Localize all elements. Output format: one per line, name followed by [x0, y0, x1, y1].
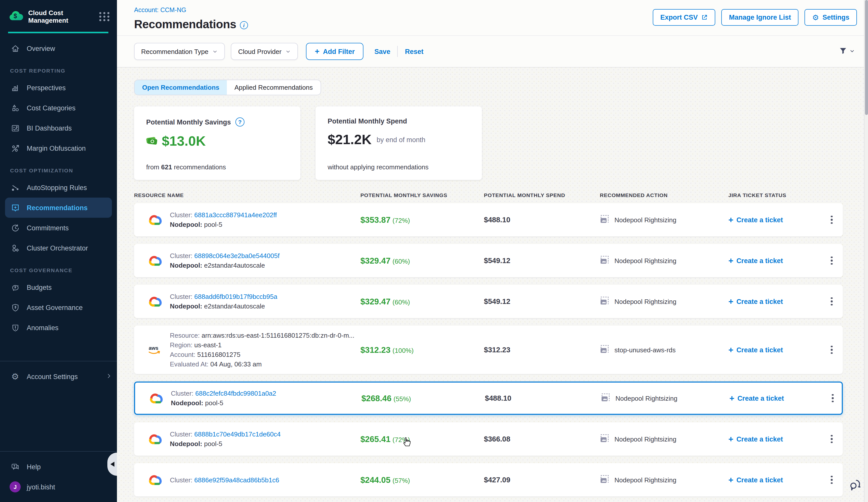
recommendation-type-dropdown[interactable]: Recommendation Type — [134, 43, 225, 60]
create-ticket-button[interactable]: +Create a ticket — [730, 394, 825, 402]
resource-line-value: pool-5 — [204, 221, 222, 228]
recommended-action-label: Nodepool Rightsizing — [614, 435, 676, 443]
save-filter-button[interactable]: Save — [374, 48, 390, 55]
row-menu-kebab-icon[interactable] — [824, 296, 839, 307]
filter-drawer-toggle[interactable] — [839, 46, 855, 57]
create-ticket-button[interactable]: +Create a ticket — [728, 256, 824, 265]
sidebar-item-overview[interactable]: Overview — [0, 38, 117, 59]
money-icon — [146, 135, 158, 147]
plus-icon: + — [730, 394, 734, 402]
potential-monthly-spend-value: $488.10 — [484, 216, 600, 224]
username-label: jyoti.bisht — [27, 483, 55, 491]
spend-value: $21.2K — [328, 132, 372, 148]
tab-applied-recommendations[interactable]: Applied Recommendations — [227, 80, 320, 95]
app-grid-icon[interactable] — [99, 12, 110, 21]
col-potential-monthly-savings: POTENTIAL MONTHLY SAVINGS — [360, 192, 484, 198]
resource-link[interactable]: 6886e92f59a48cad86b5b1c6 — [194, 476, 279, 484]
settings-button[interactable]: ⚙ Settings — [805, 9, 857, 26]
create-ticket-button[interactable]: +Create a ticket — [728, 435, 824, 443]
sidebar-item-help[interactable]: Help — [0, 457, 117, 477]
vertical-scrollbar[interactable] — [864, 0, 868, 502]
row-menu-kebab-icon[interactable] — [824, 474, 839, 485]
collapse-arrow-icon — [110, 462, 114, 467]
sidebar-item-commitments[interactable]: Commitments — [0, 218, 117, 238]
row-menu-kebab-icon[interactable] — [824, 433, 839, 445]
row-menu-kebab-icon[interactable] — [825, 393, 840, 404]
export-csv-button[interactable]: Export CSV — [653, 9, 715, 26]
sidebar-item-budgets[interactable]: Budgets — [0, 277, 117, 297]
gcp-logo-icon — [147, 254, 162, 267]
resource-link[interactable]: 68898c064e3e2ba0e544005f — [194, 252, 279, 260]
resource-line-label: Nodepool: — [170, 302, 204, 310]
resource-link[interactable]: 6881a3ccc887941a4ee202ff — [194, 211, 277, 219]
potential-monthly-spend-value: $549.12 — [484, 257, 600, 265]
sidebar-item-anomalies[interactable]: Anomalies — [0, 317, 117, 338]
potential-monthly-savings-value: $265.41(72%) — [360, 434, 484, 444]
sidebar-item-label: Budgets — [27, 283, 52, 291]
table-row[interactable]: Cluster: 68898c064e3e2ba0e544005fNodepoo… — [134, 244, 843, 277]
table-row[interactable]: Cluster: 6888b1c70e49db17c1de60c4Nodepoo… — [134, 422, 843, 456]
recommendations-tabs: Open Recommendations Applied Recommendat… — [134, 80, 321, 95]
resource-line-label: Region: — [170, 341, 194, 349]
col-resource-name: RESOURCE NAME — [134, 192, 360, 198]
table-row[interactable]: Cluster: 6886e92f59a48cad86b5b1c6$244.05… — [134, 463, 843, 496]
sidebar-item-account-settings[interactable]: ⚙ Account Settings — [0, 366, 117, 387]
table-header: RESOURCE NAME POTENTIAL MONTHLY SAVINGS … — [134, 192, 843, 203]
resource-line-label: Cluster: — [170, 476, 194, 484]
recommended-action-label: stop-unused-aws-rds — [614, 346, 676, 354]
tab-open-recommendations[interactable]: Open Recommendations — [135, 80, 227, 95]
sidebar-item-cluster-orchestrator[interactable]: Cluster Orchestrator — [0, 238, 117, 258]
sidebar-item-asset-governance[interactable]: Asset Governance — [0, 297, 117, 317]
resource-line-value: pool-5 — [204, 440, 222, 448]
rightsizing-action-icon — [600, 344, 609, 355]
info-icon[interactable]: i — [240, 21, 248, 29]
create-ticket-button[interactable]: +Create a ticket — [728, 297, 824, 306]
add-filter-button[interactable]: + Add Filter — [306, 43, 363, 60]
resource-line-label: Evaluated At: — [170, 360, 210, 368]
resource-line-value: pool-5 — [205, 399, 223, 407]
resource-link[interactable]: 688c2fefc84fbdc99801a0a2 — [195, 390, 276, 397]
sidebar-item-cost-categories[interactable]: Cost Categories — [0, 98, 117, 118]
table-row[interactable]: Cluster: 688add6fb019b17f9bccb95aNodepoo… — [134, 285, 843, 318]
manage-ignore-list-button[interactable]: Manage Ignore List — [722, 9, 799, 26]
resource-link[interactable]: 6888b1c70e49db17c1de60c4 — [194, 430, 281, 438]
rightsizing-action-icon — [600, 214, 609, 225]
sidebar-item-label: Recommendations — [27, 204, 88, 211]
sidebar-accent-underline — [8, 32, 108, 33]
sidebar-user[interactable]: J jyoti.bisht — [0, 477, 117, 497]
history-clock-icon — [10, 223, 20, 233]
recommended-action-label: Nodepool Rightsizing — [616, 394, 678, 402]
help-label: Help — [27, 463, 41, 471]
create-ticket-button[interactable]: +Create a ticket — [728, 345, 824, 354]
create-ticket-button[interactable]: +Create a ticket — [728, 475, 824, 484]
recommended-action-label: Nodepool Rightsizing — [614, 476, 676, 484]
table-row[interactable]: awsResource: arn:aws:rds:us-east-1:51161… — [134, 326, 843, 374]
create-ticket-button[interactable]: +Create a ticket — [728, 216, 824, 224]
chevron-down-icon — [213, 49, 218, 54]
breadcrumb-account-link[interactable]: Account: CCM-NG — [134, 7, 186, 14]
row-menu-kebab-icon[interactable] — [824, 214, 839, 226]
shield-alert-icon — [10, 323, 20, 333]
sidebar-item-perspectives[interactable]: Perspectives — [0, 77, 117, 98]
sidebar-item-recommendations[interactable]: Recommendations — [5, 198, 112, 218]
resource-link[interactable]: 688add6fb019b17f9bccb95a — [194, 293, 278, 300]
reset-filter-button[interactable]: Reset — [405, 48, 424, 55]
scrollbar-thumb[interactable] — [865, 0, 868, 115]
recommendation-icon — [10, 202, 20, 213]
rightsizing-action-icon — [601, 393, 610, 404]
table-row[interactable]: Cluster: 688c2fefc84fbdc99801a0a2Nodepoo… — [134, 381, 843, 415]
resource-line-label: Nodepool: — [170, 440, 204, 448]
question-icon[interactable]: ? — [235, 117, 245, 126]
table-row[interactable]: Cluster: 6881a3ccc887941a4ee202ffNodepoo… — [134, 203, 843, 237]
sidebar-item-autostopping-rules[interactable]: AutoStopping Rules — [0, 177, 117, 198]
potential-monthly-savings-value: $329.47(60%) — [360, 296, 484, 306]
support-chat-icon[interactable] — [848, 478, 862, 494]
sidebar-item-bi-dashboards[interactable]: BI Dashboards — [0, 118, 117, 138]
resource-line-label: Cluster: — [171, 390, 195, 397]
cloud-provider-dropdown[interactable]: Cloud Provider — [231, 43, 298, 60]
resource-line-label: Nodepool: — [171, 399, 205, 407]
sidebar-item-margin-obfuscation[interactable]: Margin Obfuscation — [0, 138, 117, 158]
row-menu-kebab-icon[interactable] — [824, 255, 839, 266]
hexagon-cluster-icon — [10, 243, 20, 253]
row-menu-kebab-icon[interactable] — [824, 344, 839, 356]
